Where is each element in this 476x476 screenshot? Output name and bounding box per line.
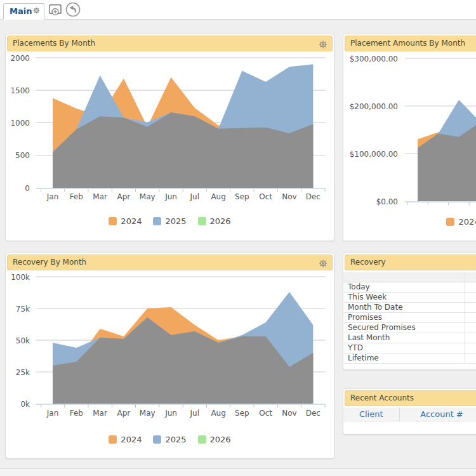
column-header-account-number[interactable]: Account # <box>399 407 476 421</box>
panel-title: Recovery <box>350 258 386 267</box>
tab-settings-gear-icon[interactable] <box>33 4 40 17</box>
legend-swatch <box>446 218 454 226</box>
add-view-button[interactable] <box>46 3 64 18</box>
zoom-window-icon <box>47 3 63 19</box>
legend-item-2025: 2025 <box>153 216 186 226</box>
svg-text:Oct: Oct <box>259 192 272 201</box>
panel-header: Recent Accounts <box>345 390 476 406</box>
recovery-stats-table: TodayThis WeekMonth To DatePromisesSecur… <box>343 272 476 364</box>
dashboard-page: { "toolbar": { "tab_label": "Main" }, "c… <box>0 0 476 476</box>
svg-text:$300,000.00: $300,000.00 <box>350 55 398 63</box>
svg-text:Dec: Dec <box>306 192 321 201</box>
svg-text:Nov: Nov <box>282 192 296 201</box>
tab-main-label: Main <box>10 6 32 17</box>
svg-text:$200,000.00: $200,000.00 <box>350 102 398 111</box>
recent-accounts-table: Client Account # <box>343 407 476 421</box>
legend-swatch <box>153 217 161 225</box>
recovery-table-header-row <box>343 272 476 282</box>
svg-text:Apr: Apr <box>117 192 131 201</box>
recovery-row-last-month[interactable]: Last Month <box>343 333 476 343</box>
panel-title: Placement Amounts By Month <box>350 39 465 48</box>
legend-item-2024: 2024 <box>109 216 142 226</box>
panel-placement-amounts-by-month: Placement Amounts By Month $0.00$100,000… <box>343 34 476 241</box>
recovery-row-promises[interactable]: Promises <box>343 312 476 322</box>
legend-item-2024: 2024 <box>446 217 476 227</box>
svg-text:Jul: Jul <box>190 192 199 201</box>
svg-text:Aug: Aug <box>211 192 225 201</box>
svg-text:Jan: Jan <box>46 409 59 418</box>
legend-swatch <box>153 435 161 444</box>
recovery-row-secured-promises[interactable]: Secured Promises <box>343 322 476 333</box>
panel-recovery-stats: Recovery TodayThis WeekMonth To DateProm… <box>343 253 476 370</box>
placements-chart: 0500100015002000JanFebMarAprMayJunJulAug… <box>6 51 334 242</box>
placement-amounts-chart: $0.00$100,000.00$200,000.00$300,000.00 <box>343 51 476 242</box>
svg-text:25k: 25k <box>16 368 30 377</box>
svg-text:2000: 2000 <box>10 54 30 63</box>
svg-text:1500: 1500 <box>10 86 30 95</box>
svg-text:Nov: Nov <box>282 409 296 418</box>
svg-text:Sep: Sep <box>235 409 249 418</box>
tab-strip: Main <box>0 0 476 20</box>
panel-title: Recent Accounts <box>350 393 414 402</box>
svg-text:75k: 75k <box>16 305 30 314</box>
panel-recovery-by-month: Recovery By Month 0k25k50k75k100kJanFebM… <box>5 253 334 459</box>
undo-button[interactable] <box>64 3 82 18</box>
legend-item-2026: 2026 <box>198 216 231 226</box>
svg-text:Aug: Aug <box>211 409 225 418</box>
svg-text:Mar: Mar <box>93 192 107 201</box>
svg-text:$100,000.00: $100,000.00 <box>350 150 398 159</box>
legend-swatch <box>109 435 117 444</box>
legend-item-2026: 2026 <box>198 435 231 444</box>
panel-title: Recovery By Month <box>13 258 86 267</box>
svg-text:50k: 50k <box>16 336 30 345</box>
recovery-row-this-week[interactable]: This Week <box>343 292 476 302</box>
panel-placements-by-month: Placements By Month 0500100015002000JanF… <box>5 34 334 241</box>
chart-legend: 202420252026 <box>6 216 334 226</box>
svg-text:0: 0 <box>25 184 30 193</box>
legend-swatch <box>198 217 206 225</box>
svg-text:0k: 0k <box>20 400 30 409</box>
svg-text:500: 500 <box>15 151 30 160</box>
chart-legend: 202420252026 <box>6 435 334 444</box>
next-row-panel-edge <box>0 468 476 476</box>
svg-text:May: May <box>140 192 155 201</box>
recovery-row-today[interactable]: Today <box>343 282 476 292</box>
svg-text:Jan: Jan <box>46 192 59 201</box>
undo-arrow-icon <box>65 1 81 20</box>
recovery-chart: 0k25k50k75k100kJanFebMarAprMayJunJulAugS… <box>6 270 334 459</box>
svg-text:$0.00: $0.00 <box>376 197 398 206</box>
svg-text:Apr: Apr <box>117 409 131 418</box>
svg-text:May: May <box>140 409 155 418</box>
svg-text:Mar: Mar <box>93 409 107 418</box>
legend-swatch <box>109 217 117 225</box>
panel-header: Recovery <box>345 255 476 270</box>
tab-main[interactable]: Main <box>3 3 44 20</box>
legend-swatch <box>198 435 206 444</box>
recent-accounts-header-row: Client Account # <box>343 407 476 421</box>
recovery-row-ytd[interactable]: YTD <box>343 343 476 353</box>
panel-header: Placements By Month <box>7 36 333 51</box>
legend-item-2025: 2025 <box>153 435 186 444</box>
svg-text:Jun: Jun <box>164 192 177 201</box>
panel-recent-accounts: Recent Accounts Client Account # <box>343 388 476 435</box>
recovery-row-month-to-date[interactable]: Month To Date <box>343 302 476 312</box>
panel-header: Recovery By Month <box>7 255 333 270</box>
svg-text:100k: 100k <box>11 273 30 282</box>
panel-header: Placement Amounts By Month <box>345 36 476 51</box>
svg-text:Oct: Oct <box>259 409 272 418</box>
legend-item-2024: 2024 <box>109 435 142 444</box>
column-header-client[interactable]: Client <box>343 407 399 421</box>
panel-title: Placements By Month <box>13 39 95 48</box>
svg-text:Jun: Jun <box>164 409 177 418</box>
svg-text:Jul: Jul <box>190 409 199 418</box>
svg-text:Dec: Dec <box>306 409 321 418</box>
svg-text:1000: 1000 <box>10 119 30 128</box>
svg-text:Feb: Feb <box>70 192 83 201</box>
svg-text:Sep: Sep <box>235 192 249 201</box>
recovery-row-lifetime[interactable]: Lifetime <box>343 353 476 363</box>
chart-legend: 202420252026 <box>343 217 476 227</box>
svg-text:Feb: Feb <box>70 409 83 418</box>
